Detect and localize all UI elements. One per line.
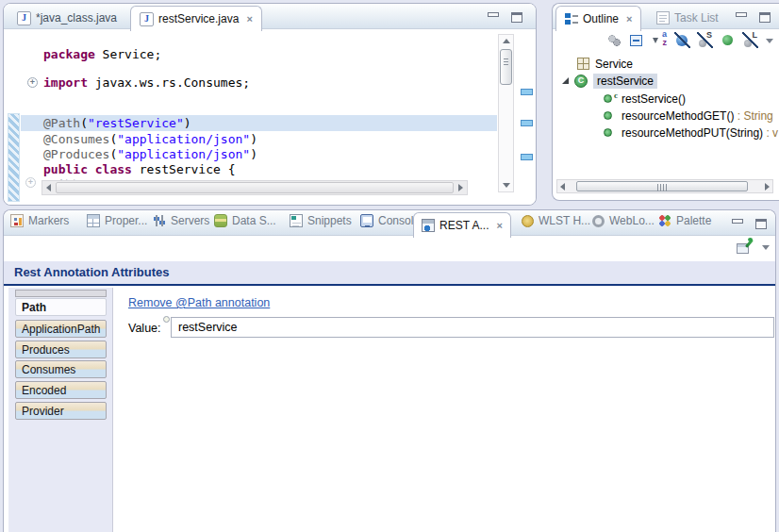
java-file-icon: J [17,11,31,25]
hide-non-public-members-icon[interactable] [721,33,736,47]
path-value-input[interactable] [171,317,774,338]
maximize-icon[interactable] [759,12,771,23]
attribute-list-scroll-strip[interactable] [15,290,107,297]
tree-item-label: Service [595,58,633,71]
scrollbar-thumb[interactable] [576,181,748,191]
tab-wlst-help[interactable]: WLST H... [522,214,590,227]
tab-snippets[interactable]: Snippets [290,214,352,227]
attribute-button-encoded[interactable]: Encoded [15,381,107,399]
attribute-button-path[interactable]: Path [15,298,107,316]
outline-icon [565,12,578,25]
editor-tab-java-class[interactable]: J *java_class.java [8,7,125,29]
attribute-button-consumes[interactable]: Consumes [15,360,107,378]
scroll-up-icon[interactable] [499,39,513,43]
task-list-tab-label: Task List [674,11,719,25]
occurrence-marker[interactable] [521,89,533,95]
close-icon[interactable]: × [496,220,502,231]
bottom-tabstrip: Markers Proper... Servers Data S... Snip… [4,210,775,236]
scroll-right-icon[interactable] [458,184,463,191]
code-text: ) [250,147,257,161]
maximize-icon[interactable] [511,12,522,23]
tab-weblogic[interactable]: WebLo... [592,214,655,227]
outline-toolbar: a z S L [607,33,773,47]
markers-icon [10,214,24,227]
bottom-panel: Markers Proper... Servers Data S... Snip… [3,209,776,532]
editor-horizontal-scrollbar[interactable] [41,180,468,195]
tree-item-label: resourceMethodGET() : String [622,109,773,123]
view-menu-icon[interactable] [762,245,770,250]
constructor-icon: c [604,94,612,103]
view-menu-icon[interactable] [766,39,773,43]
tab-servers[interactable]: Servers [153,214,209,227]
code-text: ) [250,132,257,146]
tree-item-label: resourceMethodPUT(String) : v [622,126,778,140]
scroll-left-icon[interactable] [46,184,51,191]
code-line: @Path("restService") [43,116,191,131]
tab-label: WebLo... [609,214,655,227]
close-icon[interactable]: × [246,13,252,25]
scrollbar-thumb[interactable] [56,182,454,193]
occurrence-marker[interactable] [521,120,533,126]
tree-item-class[interactable]: C restService [562,73,657,89]
tab-palette[interactable]: Palette [658,214,711,227]
tab-label: Snippets [307,214,352,227]
tree-item-method-put[interactable]: resourceMethodPUT(String) : v [604,125,778,141]
snippets-icon [290,214,303,227]
attribute-button-applicationpath[interactable]: ApplicationPath [15,320,107,338]
pin-icon[interactable] [737,240,753,254]
minimize-icon[interactable] [488,12,499,17]
code-keyword: package [43,47,95,61]
outline-tab-label: Outline [583,12,619,25]
fold-expand-icon[interactable]: + [27,77,38,88]
hide-fields-icon[interactable] [675,33,690,47]
minimize-icon[interactable] [732,219,743,224]
scroll-right-icon[interactable] [765,183,770,191]
sort-icon[interactable]: a z [653,33,668,47]
focus-icon[interactable] [607,33,622,47]
code-annotation: @Produces [43,147,109,161]
tab-data-source[interactable]: Data S... [214,214,276,227]
hide-static-members-icon[interactable]: S [698,33,713,47]
code-string: "application/json" [117,147,250,161]
hide-local-types-icon[interactable]: L [743,33,758,47]
editor-code-area[interactable]: + package Service; import javax.ws.rs.Co… [4,29,536,205]
outline-horizontal-scrollbar[interactable] [556,179,773,193]
editor-vertical-scrollbar[interactable] [498,34,514,192]
tab-properties[interactable]: Proper... [87,214,147,227]
expand-arrow-icon[interactable] [562,77,569,84]
remove-path-annotation-link[interactable]: Remove @Path annotation [128,296,270,309]
tab-label: Markers [28,214,69,227]
minimize-icon[interactable] [736,12,747,17]
editor-tab-restservice[interactable]: J restService.java × [130,6,262,31]
scroll-left-icon[interactable] [560,183,565,191]
tab-markers[interactable]: Markers [10,214,69,227]
code-text: restService { [132,162,236,176]
scrollbar-thumb[interactable] [500,49,512,85]
tab-rest-annotations[interactable]: REST A... × [413,212,511,238]
tree-item-constructor[interactable]: c restService() [604,91,686,107]
tab-label: Data S... [232,214,276,227]
attribute-button-produces[interactable]: Produces [15,341,107,358]
tree-item-package[interactable]: Service [577,56,633,72]
code-line: public class restService { [43,162,236,177]
tab-label: WLST H... [539,214,590,227]
package-icon [577,58,589,70]
attribute-button-provider[interactable]: Provider [15,402,107,420]
collapse-all-icon[interactable] [630,33,645,47]
task-list-tab[interactable]: Task List [648,7,727,29]
code-text: Service; [95,47,161,61]
java-file-icon: J [140,12,154,26]
close-icon[interactable]: × [626,13,632,25]
maximize-icon[interactable] [755,219,767,229]
tree-item-method-get[interactable]: resourceMethodGET() : String [604,108,773,124]
scroll-down-icon[interactable] [499,183,513,188]
occurrence-marker[interactable] [521,154,533,160]
outline-tab[interactable]: Outline × [555,6,641,31]
method-icon [604,111,612,120]
code-line: @Produces("application/json") [43,147,257,162]
servers-icon [153,214,166,227]
tab-label: Proper... [105,214,147,227]
fold-expand-icon[interactable]: + [25,177,36,188]
tab-console[interactable]: Console [360,214,420,227]
editor-panel: J *java_class.java J restService.java × … [3,3,537,206]
